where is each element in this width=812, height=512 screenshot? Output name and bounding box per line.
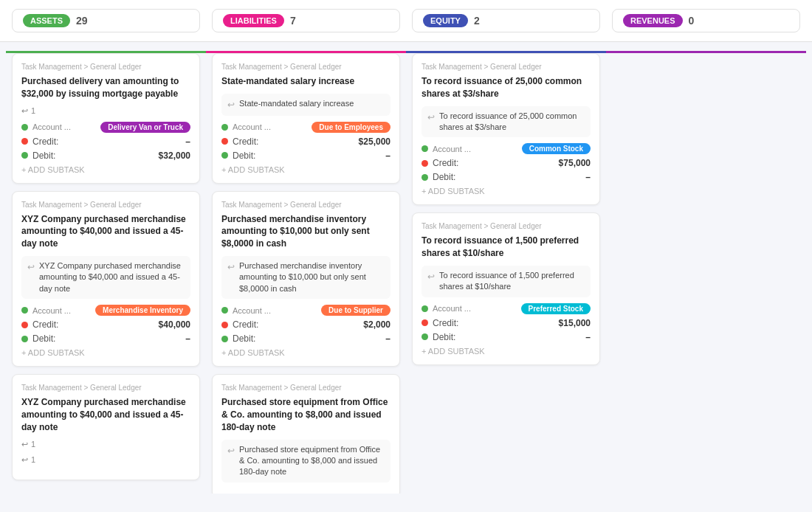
credit-label: Credit:: [433, 158, 458, 168]
card-breadcrumb: Task Management > General Ledger: [221, 201, 390, 209]
account-tag[interactable]: Common Stock: [522, 143, 591, 154]
column-assets: Task Management > General LedgerPurchase…: [6, 51, 206, 494]
account-tag[interactable]: Preferred Stock: [521, 303, 591, 314]
debit-dot: [422, 174, 428, 181]
credit-row: Credit: $25,000: [221, 136, 390, 147]
category-pill-equity[interactable]: EQUITY 2: [412, 9, 600, 32]
card-assets-2: Task Management > General LedgerXYZ Comp…: [12, 374, 200, 480]
credit-label: Credit:: [233, 136, 258, 147]
card-assets-0: Task Management > General LedgerPurchase…: [12, 53, 200, 184]
account-tag[interactable]: Delivery Van or Truck: [100, 122, 190, 133]
credit-label: Credit:: [233, 319, 258, 330]
debit-value: –: [385, 333, 390, 344]
debit-dot: [221, 152, 228, 159]
card-liabilities-0: Task Management > General LedgerState-ma…: [212, 53, 400, 184]
subtask-icon: ↩: [227, 99, 235, 111]
category-pill-revenues[interactable]: REVENUES 0: [612, 9, 800, 32]
card-liabilities-1: Task Management > General LedgerPurchase…: [212, 191, 400, 367]
subtask-text: XYZ Company purchased merchandise amount…: [39, 260, 185, 294]
debit-label-group: Debit:: [422, 172, 455, 182]
category-count-liabilities: 7: [290, 15, 296, 27]
account-label-group: Account ...: [221, 122, 271, 131]
credit-row: Credit: $15,000: [422, 318, 591, 328]
account-dot: [21, 124, 28, 131]
subtask-icon: ↩: [27, 261, 35, 274]
subtask-icon: ↩: [227, 445, 235, 457]
debit-label: Debit:: [433, 332, 455, 342]
credit-label-group: Credit:: [221, 319, 258, 330]
credit-value: $40,000: [159, 319, 190, 330]
account-tag[interactable]: Merchandise Inventory: [95, 305, 190, 316]
account-label-text: Account ...: [32, 122, 71, 131]
card-title: XYZ Company purchased merchandise amount…: [21, 213, 190, 250]
credit-label-group: Credit:: [21, 319, 58, 330]
subtask-icon: ↩: [227, 261, 235, 274]
card-subtask: ↩ State-mandated salary increase: [221, 94, 390, 116]
debit-label-group: Debit:: [21, 151, 55, 161]
account-tag[interactable]: Due to Supplier: [321, 305, 390, 316]
subtask-count: ↩ 1: [21, 440, 190, 449]
card-title: To record issuance of 25,000 common shar…: [422, 75, 591, 100]
credit-label: Credit:: [433, 318, 458, 328]
subtask-text: Purchased merchandise inventory amountin…: [239, 260, 385, 294]
category-pill-liabilities[interactable]: LIABILITIES 7: [212, 9, 400, 32]
credit-dot: [221, 138, 228, 145]
account-dot: [221, 307, 228, 314]
card-subtask: ↩ XYZ Company purchased merchandise amou…: [21, 256, 190, 299]
credit-dot: [422, 319, 428, 326]
subtask-count-value: 1: [31, 440, 35, 449]
debit-row: Debit: –: [221, 333, 390, 344]
credit-label-group: Credit:: [422, 158, 458, 168]
debit-dot: [21, 152, 28, 159]
credit-value: $15,000: [559, 318, 591, 328]
category-pill-assets[interactable]: ASSETS 29: [12, 9, 200, 32]
add-subtask-button[interactable]: + ADD SUBTASK: [422, 187, 591, 196]
card-breadcrumb: Task Management > General Ledger: [21, 63, 190, 71]
subtask-text: To record issuance of 25,000 common shar…: [439, 111, 585, 134]
credit-row: Credit: –: [21, 136, 190, 147]
account-label-text: Account ...: [32, 306, 71, 315]
card-breadcrumb: Task Management > General Ledger: [221, 384, 390, 392]
account-dot: [422, 145, 428, 152]
category-count-revenues: 0: [689, 15, 695, 27]
add-subtask-button[interactable]: + ADD SUBTASK: [221, 348, 390, 357]
card-equity-0: Task Management > General LedgerTo recor…: [412, 53, 600, 205]
account-row: Account ... Due to Supplier: [221, 305, 390, 316]
add-subtask-button[interactable]: + ADD SUBTASK: [422, 347, 591, 356]
card-subtask: ↩ Purchased store equipment from Office …: [221, 440, 390, 482]
debit-dot: [221, 336, 228, 342]
category-badge-assets: ASSETS: [23, 14, 70, 27]
debit-row: Debit: –: [422, 172, 591, 182]
debit-label-group: Debit:: [221, 151, 255, 161]
debit-label: Debit:: [233, 333, 255, 344]
category-badge-liabilities: LIABILITIES: [223, 14, 284, 27]
account-label-group: Account ...: [422, 304, 471, 313]
debit-label: Debit:: [32, 151, 55, 161]
card-title: XYZ Company purchased merchandise amount…: [21, 396, 190, 433]
card-title: State-mandated salary increase: [221, 75, 390, 88]
card-breadcrumb: Task Management > General Ledger: [221, 63, 390, 71]
credit-row: Credit: $2,000: [221, 319, 390, 330]
debit-label-group: Debit:: [221, 333, 255, 344]
column-liabilities: Task Management > General LedgerState-ma…: [206, 51, 406, 494]
add-subtask-button[interactable]: + ADD SUBTASK: [221, 165, 390, 174]
add-subtask-button[interactable]: + ADD SUBTASK: [21, 348, 190, 357]
subtask-count: ↩ 1: [21, 455, 190, 465]
category-count-assets: 29: [76, 15, 88, 27]
card-equity-1: Task Management > General LedgerTo recor…: [412, 212, 600, 364]
credit-value: $75,000: [559, 158, 591, 168]
debit-value: $32,000: [159, 151, 190, 161]
add-subtask-button[interactable]: + ADD SUBTASK: [21, 165, 190, 174]
credit-label-group: Credit:: [422, 318, 458, 328]
account-row: Account ... Merchandise Inventory: [21, 305, 190, 316]
debit-value: –: [585, 172, 591, 182]
account-tag[interactable]: Due to Employees: [312, 122, 390, 133]
credit-dot: [422, 160, 428, 167]
columns-container: Task Management > General LedgerPurchase…: [0, 42, 812, 502]
card-assets-1: Task Management > General LedgerXYZ Comp…: [12, 191, 200, 367]
account-row: Account ... Delivery Van or Truck: [21, 122, 190, 133]
credit-row: Credit: $75,000: [422, 158, 591, 168]
card-subtask: ↩ To record issuance of 25,000 common sh…: [422, 106, 591, 138]
account-label-group: Account ...: [21, 306, 71, 315]
column-revenues: [606, 51, 806, 494]
